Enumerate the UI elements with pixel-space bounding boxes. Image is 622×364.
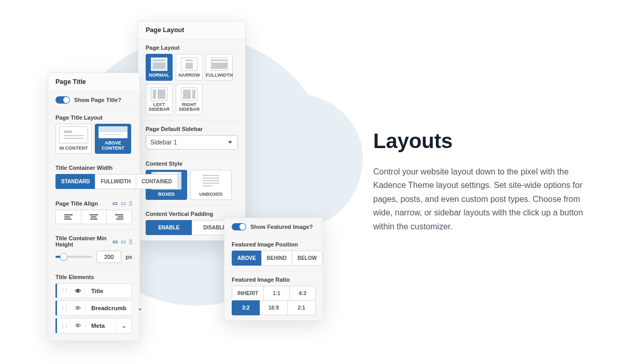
position-behind-button[interactable]: BEHIND	[261, 251, 292, 266]
layout-option-narrow[interactable]: NARROW	[176, 54, 203, 81]
title-layout-in-content[interactable]: IN CONTENT	[55, 124, 92, 154]
eye-off-icon[interactable]: 👁	[70, 301, 86, 315]
show-page-title-label: Show Page Title?	[74, 97, 121, 103]
ratio-inherit-button[interactable]: INHERIT	[232, 286, 264, 301]
show-page-title-toggle[interactable]	[55, 96, 70, 104]
align-right-icon	[115, 214, 123, 220]
min-height-unit: px	[125, 254, 132, 260]
device-mobile-icon[interactable]: ▯	[129, 200, 132, 207]
page-layout-panel: Page Layout Page Layout NORMAL NARROW FU…	[138, 21, 246, 241]
layout-option-fullwidth[interactable]: FULLWIDTH	[206, 54, 233, 81]
element-meta-row[interactable]: 👁 Meta ⌄	[55, 318, 132, 333]
default-sidebar-label: Page Default Sidebar	[146, 126, 238, 132]
description: Control your website layout down to the …	[373, 165, 596, 234]
page-layout-label: Page Layout	[146, 45, 238, 51]
featured-image-position-label: Featured Image Position	[232, 241, 316, 247]
drag-handle-icon[interactable]	[57, 284, 70, 298]
drag-handle-icon[interactable]	[57, 319, 70, 333]
width-fullwidth-button[interactable]: FULLWIDTH	[95, 174, 136, 189]
page-title-layout-label: Page Title Layout	[55, 114, 132, 121]
ratio-2-1-button[interactable]: 2:1	[287, 300, 316, 315]
width-contained-button[interactable]: CONTAINED	[136, 174, 178, 189]
page-layout-title: Page Layout	[138, 21, 245, 39]
minheight-mobile-icon[interactable]: ▯	[129, 238, 132, 245]
layout-option-normal[interactable]: NORMAL	[146, 54, 173, 81]
align-right-button[interactable]	[106, 210, 132, 224]
padding-enable-button[interactable]: ENABLE	[146, 220, 192, 235]
background-blob-2	[228, 93, 363, 228]
featured-image-panel: Show Featured Image? Featured Image Posi…	[224, 217, 323, 321]
ratio-4-3-button[interactable]: 4:3	[289, 286, 316, 301]
chevron-down-icon[interactable]: ⌄	[132, 301, 148, 315]
title-min-height-label: Title Container Min Height	[55, 235, 112, 247]
eye-off-icon[interactable]: 👁	[70, 319, 86, 332]
content-style-label: Content Style	[146, 161, 238, 167]
element-breadcrumb-row[interactable]: 👁 Breadcrumb ⌄	[55, 300, 132, 316]
layout-option-left-sidebar[interactable]: LEFT SIDEBAR	[146, 84, 173, 115]
page-title-panel: Page Title Show Page Title? Page Title L…	[48, 72, 140, 341]
align-left-icon	[64, 214, 73, 220]
align-center-button[interactable]	[81, 210, 107, 224]
ratio-16-9-button[interactable]: 16:9	[260, 300, 288, 315]
min-height-input[interactable]	[96, 251, 121, 263]
drag-handle-icon[interactable]	[57, 301, 70, 315]
show-featured-image-toggle[interactable]	[232, 223, 246, 230]
marketing-copy: Layouts Control your website layout down…	[373, 129, 596, 234]
device-tablet-icon[interactable]: ▭	[121, 200, 126, 207]
show-featured-image-label: Show Featured Image?	[250, 224, 313, 230]
element-title-row[interactable]: 👁 Title	[55, 283, 132, 298]
eye-icon[interactable]: 👁	[70, 284, 86, 298]
min-height-slider[interactable]	[55, 256, 92, 258]
title-elements-label: Title Elements	[55, 274, 132, 280]
ratio-1-1-button[interactable]: 1:1	[263, 286, 290, 301]
title-layout-above-content[interactable]: ABOVE CONTENT	[95, 124, 131, 154]
minheight-tablet-icon[interactable]: ▭	[121, 238, 126, 245]
title-container-width-label: Title Container Width	[55, 165, 132, 171]
ratio-3-2-button[interactable]: 3:2	[232, 300, 260, 315]
heading: Layouts	[373, 129, 596, 153]
default-sidebar-select[interactable]: Sidebar 1	[146, 135, 238, 150]
content-style-unboxed[interactable]: UNBOXED	[190, 170, 232, 200]
align-left-button[interactable]	[55, 210, 81, 224]
align-center-icon	[90, 214, 98, 220]
width-standard-button[interactable]: STANDARD	[55, 174, 95, 189]
minheight-desktop-icon[interactable]: ▭	[112, 238, 118, 245]
chevron-down-icon[interactable]: ⌄	[116, 318, 132, 333]
vertical-padding-label: Content Vertical Padding	[146, 211, 238, 217]
featured-image-ratio-label: Featured Image Ratio	[232, 276, 316, 283]
position-below-button[interactable]: BELOW	[292, 251, 322, 266]
layout-option-right-sidebar[interactable]: RIGHT SIDEBAR	[176, 84, 203, 115]
page-title-heading: Page Title	[48, 73, 139, 91]
page-title-align-label: Page Title Align	[55, 200, 98, 207]
position-above-button[interactable]: ABOVE	[232, 251, 262, 266]
device-desktop-icon[interactable]: ▭	[112, 200, 118, 207]
